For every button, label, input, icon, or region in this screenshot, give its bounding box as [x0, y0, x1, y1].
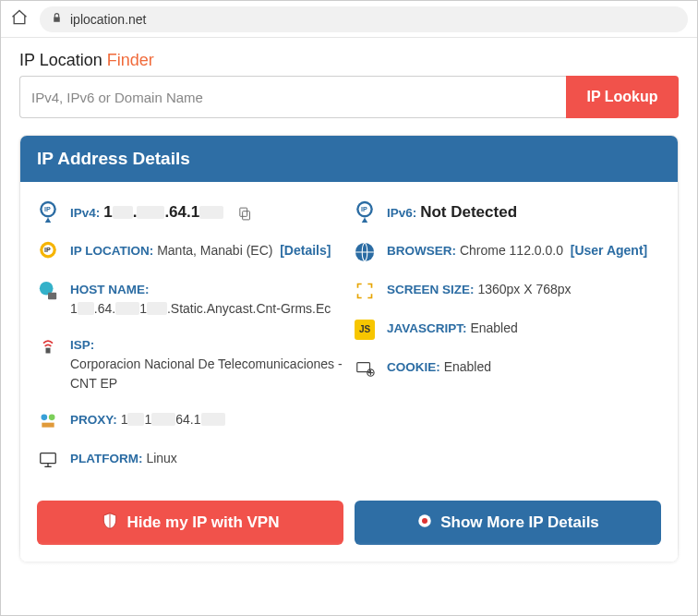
card-title: IP Address Details — [20, 136, 678, 182]
browser-toolbar: iplocation.net — [1, 1, 697, 38]
js-icon: JS — [354, 319, 376, 341]
lock-icon — [51, 12, 63, 27]
ip-details-card: IP Address Details IP IPv4: 1..64.1 — [19, 135, 679, 562]
details-link[interactable]: [Details] — [280, 243, 331, 258]
expand-icon — [354, 280, 376, 302]
svg-rect-3 — [243, 211, 250, 219]
svg-rect-9 — [48, 292, 56, 298]
details-icon — [416, 513, 433, 534]
svg-rect-10 — [46, 347, 51, 353]
svg-rect-4 — [240, 208, 247, 216]
home-icon[interactable] — [10, 8, 29, 30]
ipv6-row: IP IPv6: Not Detected — [354, 200, 661, 224]
url-text: iplocation.net — [70, 12, 147, 27]
right-column: IP IPv6: Not Detected BROWSER: Chrome 11… — [354, 200, 661, 488]
svg-rect-14 — [41, 453, 56, 464]
svg-point-11 — [42, 415, 48, 421]
cookie-icon — [354, 357, 376, 380]
isp-icon — [37, 335, 59, 357]
globe-icon — [354, 241, 376, 263]
ip-lookup-button[interactable]: IP Lookup — [566, 76, 679, 118]
screen-row: SCREEN SIZE: 1360px X 768px — [354, 280, 661, 302]
ip-pin-icon: IP — [37, 200, 59, 223]
shield-icon — [101, 512, 119, 535]
page-heading: IP Location Finder — [19, 51, 679, 70]
svg-text:IP: IP — [44, 205, 51, 213]
svg-point-26 — [422, 518, 427, 524]
search-row: IP Lookup — [19, 76, 679, 118]
left-column: IP IPv4: 1..64.1 IP — [37, 200, 344, 488]
browser-row: BROWSER: Chrome 112.0.0.0 [User Agent] — [354, 241, 661, 263]
address-bar[interactable]: iplocation.net — [40, 6, 688, 32]
hide-ip-vpn-button[interactable]: Hide my IP with VPN — [37, 501, 343, 545]
svg-text:IP: IP — [361, 205, 367, 213]
platform-icon — [37, 449, 59, 471]
proxy-icon — [37, 410, 59, 432]
ipv4-row: IP IPv4: 1..64.1 — [37, 200, 344, 224]
isp-row: ISP: Corporacion Nacional De Telecomunic… — [37, 335, 344, 393]
svg-point-12 — [49, 415, 55, 421]
user-agent-link[interactable]: [User Agent] — [571, 243, 648, 258]
platform-row: PLATFORM: Linux — [37, 449, 344, 471]
svg-text:IP: IP — [44, 246, 51, 254]
ip-pin-icon: IP — [354, 200, 376, 223]
copy-ip-icon[interactable] — [237, 206, 253, 222]
ip-search-input[interactable] — [19, 76, 566, 118]
location-icon: IP — [37, 241, 59, 263]
host-row: HOST NAME: 1.64.1.Static.Anycast.Cnt-Grm… — [37, 280, 344, 319]
javascript-row: JS JAVASCRIPT: Enabled — [354, 319, 661, 341]
show-more-details-button[interactable]: Show More IP Details — [355, 501, 661, 545]
cookie-row: COOKIE: Enabled — [354, 357, 661, 380]
host-icon — [37, 280, 59, 302]
svg-rect-13 — [42, 423, 54, 428]
action-buttons: Hide my IP with VPN Show More IP Details — [20, 501, 678, 562]
ip-location-row: IP IP LOCATION: Manta, Manabi (EC) [Deta… — [37, 241, 344, 263]
proxy-row: PROXY: 1164.1 — [37, 410, 344, 432]
